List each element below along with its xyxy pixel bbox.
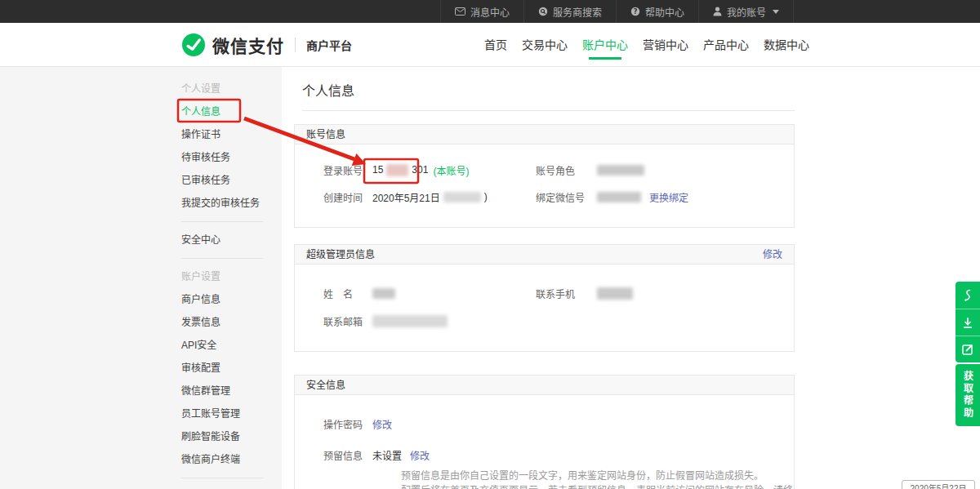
login-account-prefix: 15 <box>372 164 383 176</box>
reserved-info-label: 预留信息 <box>295 448 372 462</box>
super-admin-edit-link[interactable]: 修改 <box>763 245 782 265</box>
nav-data-center[interactable]: 数据中心 <box>764 23 809 67</box>
super-admin-title: 超级管理员信息 <box>306 245 375 265</box>
admin-email-redacted <box>372 315 448 327</box>
account-role-label: 账号角色 <box>536 163 597 177</box>
topbar-item-label: 服务商搜索 <box>553 5 602 19</box>
account-role-redacted <box>597 165 644 176</box>
topbar: 消息中心 服务商搜索 ? 帮助中心 我的账号 <box>0 0 980 23</box>
super-admin-body: 姓 名 联系手机 联系邮箱 <box>295 286 794 351</box>
svg-text:?: ? <box>634 8 638 16</box>
sidebar-item-api-security[interactable]: API安全 <box>0 334 282 357</box>
operation-password-edit-link[interactable]: 修改 <box>372 417 392 431</box>
admin-email-label: 联系邮箱 <box>295 314 372 328</box>
sidebar-item-merchant-info[interactable]: 商户信息 <box>0 288 282 311</box>
security-info-section: 安全信息 操作密码 修改 预留信息 未设置 修改 预留 <box>294 375 795 489</box>
nav-product-center[interactable]: 产品中心 <box>703 23 749 67</box>
sidebar-item-my-submitted-tasks[interactable]: 我提交的审核任务 <box>0 192 282 215</box>
brand-separator <box>295 38 296 52</box>
chevron-down-icon <box>773 10 779 14</box>
user-icon <box>713 7 722 16</box>
message-center-menu[interactable]: 消息中心 <box>440 0 523 23</box>
float-help-widget: 获取帮助 <box>956 282 980 426</box>
sidebar-item-invoice-info[interactable]: 发票信息 <box>0 311 282 334</box>
sidebar-divider <box>181 221 263 222</box>
mail-icon <box>455 7 466 16</box>
page-canvas: 消息中心 服务商搜索 ? 帮助中心 我的账号 微信支付 <box>0 0 980 489</box>
sidebar-group-personal-settings: 个人设置 <box>0 78 282 100</box>
reserved-info-desc-line: 配置后将在首页及充值页面显示。若未看到预留信息，表明当前访问的网站存在风险，请终… <box>401 483 794 489</box>
reserved-info-edit-link[interactable]: 修改 <box>410 448 430 462</box>
sidebar-item-security-center[interactable]: 安全中心 <box>0 229 282 251</box>
nav-account-center[interactable]: 账户中心 <box>582 23 628 67</box>
brand-name: 微信支付 <box>212 33 284 57</box>
account-info-section: 账号信息 登录账号 15 301 (本账号) 账号角色 <box>294 124 795 228</box>
created-paren: ) <box>484 191 488 202</box>
sidebar-item-operation-certificate[interactable]: 操作证书 <box>0 123 282 146</box>
title-divider <box>302 110 795 111</box>
feedback-button[interactable] <box>956 336 980 362</box>
sidebar-divider <box>181 478 263 478</box>
brand: 微信支付 商户平台 <box>181 23 352 67</box>
account-info-body: 登录账号 15 301 (本账号) 账号角色 <box>295 162 794 227</box>
rebind-link[interactable]: 更换绑定 <box>649 190 688 204</box>
security-info-header: 安全信息 <box>295 376 794 395</box>
float-button-group <box>956 282 980 362</box>
super-admin-header: 超级管理员信息 修改 <box>295 245 794 265</box>
sidebar-item-review-config[interactable]: 审核配置 <box>0 357 282 380</box>
customer-service-icon <box>962 289 973 302</box>
nav-marketing-center[interactable]: 营销中心 <box>643 23 688 67</box>
sidebar-divider <box>181 258 263 259</box>
current-account-note: (本账号) <box>433 163 469 177</box>
operation-password-label: 操作密码 <box>295 417 372 431</box>
admin-name-label: 姓 名 <box>295 287 372 300</box>
login-account-redacted <box>386 164 408 176</box>
sidebar-item-personal-info[interactable]: 个人信息 <box>0 100 282 123</box>
bound-wechat-label: 绑定微信号 <box>536 190 597 204</box>
created-date-text: 2020年5月21日 <box>372 190 440 204</box>
admin-name-redacted <box>372 288 395 299</box>
main-nav: 首页 交易中心 账户中心 营销中心 产品中心 数据中心 <box>484 23 809 67</box>
feedback-icon <box>962 344 973 355</box>
login-account-label: 登录账号 <box>295 163 372 177</box>
topbar-item-label: 我的账号 <box>727 5 766 19</box>
login-account-value: 15 301 <box>372 164 428 176</box>
reserved-info-description: 预留信息是由你自己设置的一段文字，用来鉴定网站身份，防止假冒网站造成损失。 配置… <box>401 469 794 489</box>
page-title: 个人信息 <box>302 80 795 100</box>
sidebar-item-pending-review-tasks[interactable]: 待审核任务 <box>0 146 282 169</box>
header: 微信支付 商户平台 首页 交易中心 账户中心 营销中心 产品中心 数据中心 <box>0 23 980 67</box>
get-help-button[interactable]: 获取帮助 <box>956 364 980 426</box>
sidebar-group-account-settings: 账户设置 <box>0 265 282 288</box>
account-info-title: 账号信息 <box>306 125 345 144</box>
security-info-body: 操作密码 修改 预留信息 未设置 修改 预留信息是由你自己设置的一段文字，用来鉴… <box>295 416 794 489</box>
help-center-menu[interactable]: ? 帮助中心 <box>616 0 698 23</box>
my-account-menu[interactable]: 我的账号 <box>698 0 794 23</box>
wechat-pay-logo-icon <box>181 33 206 57</box>
question-circle-icon: ? <box>630 7 640 16</box>
reserved-info-desc-line: 预留信息是由你自己设置的一段文字，用来鉴定网站身份，防止假冒网站造成损失。 <box>401 469 794 483</box>
brand-subtitle: 商户平台 <box>306 37 352 53</box>
main-content: 个人信息 账号信息 登录账号 15 301 (本账号) <box>294 67 795 489</box>
service-provider-search-menu[interactable]: 服务商搜索 <box>523 0 616 23</box>
date-tooltip: 2020年5月22日 <box>902 480 975 489</box>
get-help-label: 获取帮助 <box>961 371 975 420</box>
download-button[interactable] <box>956 309 980 336</box>
security-info-title: 安全信息 <box>306 376 345 395</box>
sidebar-item-wechat-merchant-terminal[interactable]: 微信商户终端 <box>0 448 282 471</box>
sidebar-item-wechat-group-management[interactable]: 微信群管理 <box>0 380 282 402</box>
nav-home[interactable]: 首页 <box>484 23 507 67</box>
download-icon <box>962 317 973 329</box>
topbar-items: 消息中心 服务商搜索 ? 帮助中心 我的账号 <box>440 0 794 23</box>
nav-transaction-center[interactable]: 交易中心 <box>522 23 568 67</box>
sidebar-item-reviewed-tasks[interactable]: 已审核任务 <box>0 169 282 192</box>
super-admin-section: 超级管理员信息 修改 姓 名 联系手机 联系邮箱 <box>294 244 795 352</box>
sidebar-item-staff-account-management[interactable]: 员工账号管理 <box>0 402 282 425</box>
customer-service-button[interactable] <box>956 282 980 309</box>
created-time-value: 2020年5月21日 ) <box>372 190 488 204</box>
account-info-header: 账号信息 <box>295 125 794 144</box>
created-time-redacted <box>443 192 481 202</box>
sidebar-item-face-smart-device[interactable]: 刷脸智能设备 <box>0 425 282 448</box>
admin-phone-redacted <box>597 287 633 300</box>
bound-wechat-redacted <box>597 192 641 202</box>
admin-phone-label: 联系手机 <box>536 287 597 300</box>
